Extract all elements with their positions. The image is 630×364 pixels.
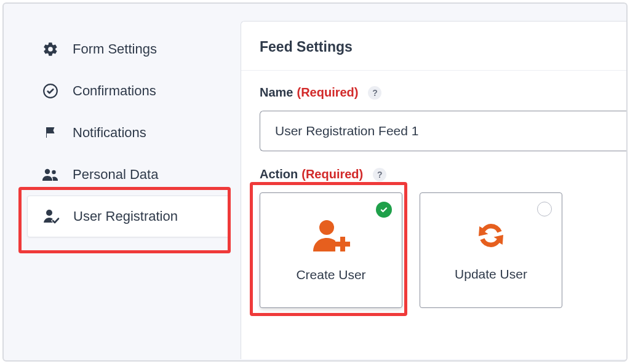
action-card-label: Update User — [455, 267, 527, 282]
flag-icon — [42, 124, 59, 141]
users-icon — [42, 166, 59, 183]
unselected-radio-icon — [537, 202, 552, 216]
sidebar-item-label: Personal Data — [73, 167, 158, 183]
user-plus-icon — [311, 218, 351, 255]
check-circle-icon — [42, 82, 59, 100]
feed-settings-panel: Feed Settings Name (Required) ? Action (… — [241, 21, 628, 359]
svg-point-1 — [45, 169, 50, 174]
action-label: Action — [260, 167, 298, 181]
sidebar-item-label: Form Settings — [73, 41, 157, 57]
action-card-label: Create User — [296, 267, 365, 282]
sidebar-item-form-settings[interactable]: Form Settings — [27, 28, 230, 70]
action-update-user[interactable]: Update User — [420, 192, 562, 308]
settings-sidebar: Form Settings Confirmations Notification… — [27, 28, 230, 237]
name-field-label-row: Name (Required) ? — [260, 85, 613, 100]
gear-icon — [42, 41, 59, 58]
sidebar-item-label: Confirmations — [73, 83, 156, 99]
sidebar-item-label: Notifications — [73, 125, 146, 141]
action-options: Create User Update User — [260, 192, 613, 308]
required-marker: (Required) — [301, 167, 363, 181]
panel-body: Name (Required) ? Action (Required) ? — [241, 71, 628, 326]
help-icon[interactable]: ? — [373, 168, 386, 181]
action-create-user[interactable]: Create User — [260, 192, 402, 308]
app-frame: Form Settings Confirmations Notification… — [2, 2, 628, 362]
sidebar-item-confirmations[interactable]: Confirmations — [27, 70, 230, 112]
sidebar-item-personal-data[interactable]: Personal Data — [27, 154, 230, 196]
sidebar-item-user-registration[interactable]: User Registration — [27, 196, 230, 237]
svg-point-4 — [319, 220, 334, 235]
svg-point-2 — [52, 170, 55, 174]
selected-check-icon — [376, 202, 392, 218]
user-check-icon — [42, 208, 60, 225]
sync-icon — [474, 219, 508, 255]
sidebar-item-notifications[interactable]: Notifications — [27, 112, 230, 154]
panel-title: Feed Settings — [241, 22, 628, 71]
required-marker: (Required) — [297, 85, 358, 100]
svg-point-3 — [46, 210, 52, 216]
sidebar-item-label: User Registration — [73, 208, 178, 224]
help-icon[interactable]: ? — [368, 86, 381, 100]
action-field-label-row: Action (Required) ? — [260, 167, 613, 181]
feed-name-input[interactable] — [260, 111, 628, 151]
name-label: Name — [260, 85, 293, 100]
